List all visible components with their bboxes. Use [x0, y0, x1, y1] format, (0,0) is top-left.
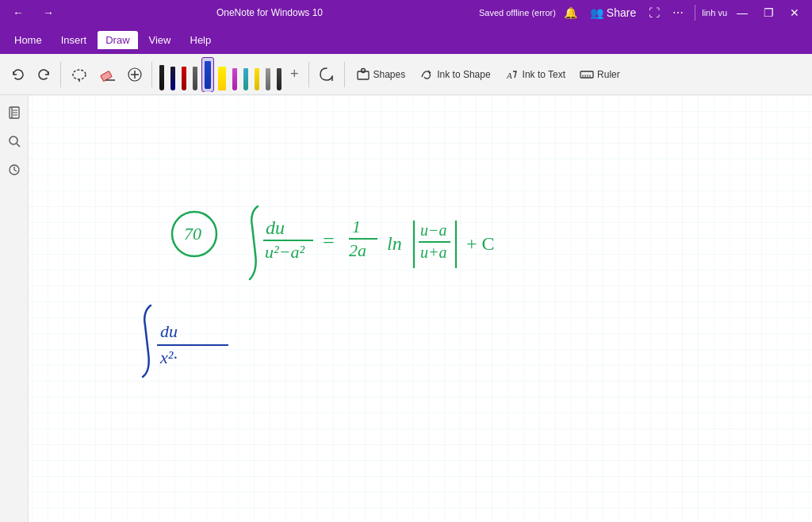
share-button[interactable]: 👥 Share	[585, 4, 641, 21]
svg-text:u+a: u+a	[420, 244, 447, 261]
svg-point-9	[361, 68, 365, 72]
toolbar: + Shapes Ink to Shape A Ink to Text	[0, 54, 812, 95]
pen-dark[interactable]	[168, 57, 178, 92]
add-pen-button[interactable]	[123, 60, 147, 89]
handwriting-svg: 70 du u²−a² = 1 2a ln u−a u+a	[29, 95, 812, 522]
restore-button[interactable]: ❐	[757, 4, 780, 21]
nav-back-button[interactable]: ←	[6, 3, 30, 22]
app-name-label: OneNote for Windows 10	[216, 7, 323, 18]
ink-to-text-label: Ink to Text	[523, 69, 565, 80]
pen-red[interactable]	[179, 57, 189, 92]
shapes-label: Shapes	[373, 69, 406, 80]
pen-dark2[interactable]	[274, 57, 284, 92]
drawing-area[interactable]: 70 du u²−a² = 1 2a ln u−a u+a	[0, 95, 812, 522]
pen-yellow2[interactable]	[252, 57, 262, 92]
menu-view[interactable]: View	[141, 31, 179, 49]
svg-point-0	[73, 70, 86, 79]
left-sidebar	[0, 95, 29, 522]
svg-text:+ C: + C	[466, 233, 495, 254]
lasso-select-button[interactable]	[66, 60, 93, 89]
undo-button[interactable]	[6, 60, 30, 89]
svg-text:u−a: u−a	[420, 221, 447, 239]
more-options-button[interactable]: ⋯	[668, 4, 688, 21]
pen-blue[interactable]	[201, 57, 214, 92]
pen-tools-group	[157, 57, 284, 92]
formula-area: 70 du u²−a² = 1 2a ln u−a u+a	[29, 95, 812, 522]
sidebar-search-icon[interactable]	[3, 130, 25, 152]
titlebar-nav: ← →	[6, 3, 60, 22]
pen-teal[interactable]	[241, 57, 251, 92]
svg-text:ln: ln	[387, 233, 402, 254]
svg-text:du: du	[266, 217, 285, 238]
menu-insert[interactable]: Insert	[53, 31, 95, 49]
ink-to-text-button[interactable]: A Ink to Text	[499, 60, 572, 89]
lasso-tool-button[interactable]	[314, 60, 339, 89]
pen-black[interactable]	[157, 57, 167, 92]
expand-button[interactable]: ⛶	[644, 4, 665, 21]
saved-status: Saved offline (error)	[479, 8, 556, 17]
ink-to-shape-label: Ink to Shape	[437, 69, 490, 80]
ink-to-shape-icon	[419, 67, 434, 82]
nav-forward-button[interactable]: →	[36, 3, 60, 22]
app-title: OneNote for Windows 10	[60, 7, 479, 18]
close-button[interactable]: ✕	[783, 4, 806, 21]
svg-line-24	[17, 144, 20, 147]
redo-button[interactable]	[32, 60, 56, 89]
ink-to-text-icon: A	[505, 67, 519, 82]
ink-to-shape-button[interactable]: Ink to Shape	[413, 60, 496, 89]
ruler-icon	[580, 67, 594, 82]
menu-help[interactable]: Help	[182, 31, 220, 49]
user-name-label: linh vu	[702, 8, 727, 17]
menu-draw[interactable]: Draw	[98, 31, 137, 49]
pen-gray[interactable]	[190, 57, 200, 92]
sep4	[344, 62, 345, 87]
svg-text:2a: 2a	[349, 240, 366, 260]
svg-text:70: 70	[184, 224, 201, 244]
pen-purple[interactable]	[230, 57, 239, 92]
svg-rect-11	[580, 71, 593, 78]
add-pen-plus-button[interactable]: +	[285, 60, 304, 89]
pen-gray2[interactable]	[263, 57, 273, 92]
sidebar-recent-icon[interactable]	[3, 159, 25, 181]
sidebar-notebook-icon[interactable]	[3, 102, 25, 124]
pen-yellow-highlighter[interactable]	[216, 57, 228, 92]
notification-bell-button[interactable]: 🔔	[559, 4, 582, 21]
shapes-button[interactable]: Shapes	[350, 60, 412, 89]
ruler-button[interactable]: Ruler	[573, 60, 626, 89]
svg-text:x²·: x²·	[159, 347, 178, 367]
svg-text:1: 1	[352, 217, 361, 236]
minimize-button[interactable]: —	[730, 4, 754, 21]
sep1	[60, 62, 61, 87]
menu-bar: Home Insert Draw View Help	[0, 25, 812, 54]
title-bar: ← → OneNote for Windows 10 Saved offline…	[0, 0, 812, 25]
svg-text:A: A	[506, 71, 512, 80]
svg-text:=: =	[323, 229, 335, 252]
titlebar-controls: Saved offline (error) 🔔 👥 Share ⛶ ⋯ linh…	[479, 4, 806, 21]
svg-point-23	[10, 136, 17, 144]
sep3	[308, 62, 309, 87]
svg-text:du: du	[160, 321, 178, 341]
svg-text:u²−a²: u²−a²	[265, 242, 304, 262]
eraser-button[interactable]	[94, 60, 121, 89]
ruler-label: Ruler	[597, 69, 620, 80]
sep2	[151, 62, 152, 87]
shapes-icon	[356, 67, 370, 82]
menu-home[interactable]: Home	[6, 31, 50, 49]
